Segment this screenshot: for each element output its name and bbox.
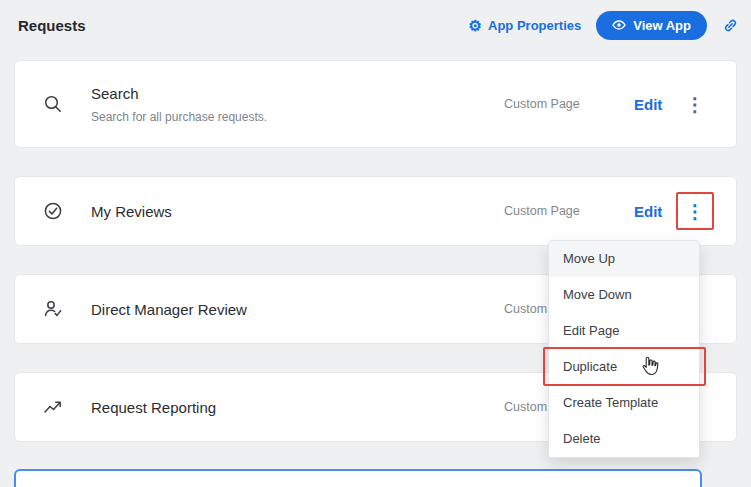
menu-item-move-up[interactable]: Move Up [549, 241, 699, 277]
view-app-label: View App [633, 18, 691, 33]
row-actions: Custom Page Edit ⋮ [504, 95, 710, 114]
menu-item-edit-page[interactable]: Edit Page [549, 313, 699, 349]
header-actions: ⚙ App Properties View App [469, 0, 739, 50]
row-type-label: Custom Page [504, 97, 634, 111]
page-title: Requests [18, 17, 86, 34]
search-icon [41, 94, 65, 114]
view-app-icon [612, 18, 626, 32]
next-card-highlight [14, 469, 702, 487]
row-text-block: My Reviews [91, 203, 504, 220]
row-text-block: Search Search for all purchase requests. [91, 85, 504, 124]
app-properties-button[interactable]: ⚙ App Properties [469, 18, 582, 33]
hand-cursor-icon [640, 355, 660, 377]
user-check-icon [41, 299, 65, 319]
row-title: Direct Manager Review [91, 301, 504, 318]
row-type-label: Custom Page [504, 204, 634, 218]
menu-item-move-down[interactable]: Move Down [549, 277, 699, 313]
annotation-box-duplicate [543, 347, 706, 386]
edit-link[interactable]: Edit [634, 96, 680, 113]
edit-link[interactable]: Edit [634, 203, 680, 220]
kebab-menu-icon[interactable]: ⋮ [680, 95, 710, 114]
row-text-block: Request Reporting [91, 399, 504, 416]
link-icon[interactable] [722, 17, 739, 34]
page-header: Requests ⚙ App Properties View App [0, 0, 751, 50]
row-title: Search [91, 85, 504, 102]
annotation-box-kebab [676, 192, 714, 230]
menu-item-create-template[interactable]: Create Template [549, 385, 699, 421]
row-subtitle: Search for all purchase requests. [91, 110, 504, 124]
chart-icon [41, 397, 65, 417]
row-text-block: Direct Manager Review [91, 301, 504, 318]
page-row-search: Search Search for all purchase requests.… [14, 60, 737, 148]
gear-icon: ⚙ [469, 18, 482, 33]
page-row-my-reviews: My Reviews Custom Page Edit ⋮ [14, 176, 737, 246]
row-title: My Reviews [91, 203, 504, 220]
view-app-button[interactable]: View App [596, 11, 707, 40]
menu-item-delete[interactable]: Delete [549, 421, 699, 457]
check-circle-icon [41, 201, 65, 221]
app-properties-label: App Properties [488, 18, 581, 33]
row-title: Request Reporting [91, 399, 504, 416]
